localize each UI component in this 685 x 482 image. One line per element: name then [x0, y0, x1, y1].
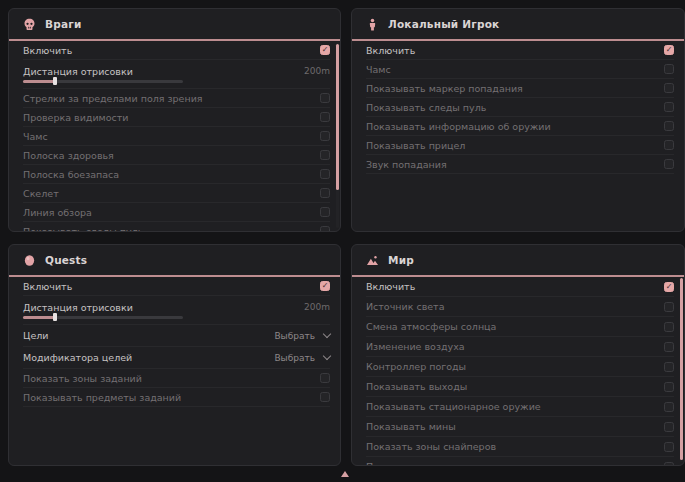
checkbox[interactable]	[664, 362, 674, 372]
setting-label: Смена атмосферы солнца	[366, 321, 496, 332]
panel-scrollbar[interactable]	[336, 42, 339, 228]
setting-row: Скелет	[23, 184, 330, 203]
checkbox[interactable]	[320, 392, 330, 402]
checkbox[interactable]	[664, 422, 674, 432]
setting-row: Включить✓	[366, 277, 674, 297]
checkbox[interactable]	[320, 226, 330, 231]
panel-header: Враги	[9, 9, 340, 39]
setting-row: Проверка видимости	[23, 108, 330, 127]
setting-label: Показать точки выхода	[366, 461, 484, 465]
player-icon	[366, 18, 379, 31]
dropdown[interactable]: Выбрать	[274, 353, 330, 363]
panels-grid: Враги Включить✓Дистанция отрисовки200mСт…	[8, 8, 685, 466]
slider[interactable]	[23, 316, 183, 319]
setting-row: Звук попадания	[366, 155, 674, 174]
setting-row: Показать точки выхода	[366, 457, 674, 465]
panel-title: Враги	[45, 18, 81, 30]
checkbox[interactable]	[664, 83, 674, 93]
checkbox[interactable]: ✓	[664, 282, 674, 292]
checkbox[interactable]	[664, 159, 674, 169]
setting-row: Показать зоны снайперов	[366, 437, 674, 457]
panel-local-player: Локальный Игрок Включить✓ЧамсПоказывать …	[351, 8, 685, 232]
setting-row: Включить✓	[23, 41, 330, 60]
setting-label: Полоска здоровья	[23, 150, 114, 161]
setting-label: Показать зоны снайперов	[366, 441, 496, 452]
slider-thumb[interactable]	[53, 313, 57, 321]
checkbox[interactable]	[664, 64, 674, 74]
checkbox[interactable]	[320, 150, 330, 160]
panel-header: Quests	[9, 245, 340, 275]
setting-label: Показывать следы пуль	[366, 102, 486, 113]
setting-label: Показывать стационарное оружие	[366, 401, 541, 412]
dropdown[interactable]: Выбрать	[274, 331, 330, 341]
checkbox[interactable]	[664, 140, 674, 150]
setting-label: Изменение воздуха	[366, 341, 465, 352]
setting-label: Контроллер погоды	[366, 361, 466, 372]
setting-label: Включить	[23, 281, 72, 292]
checkbox[interactable]	[664, 462, 674, 466]
setting-row-slider: Дистанция отрисовки200m	[23, 60, 330, 89]
checkbox[interactable]: ✓	[664, 45, 674, 55]
scroll-up-indicator[interactable]	[341, 471, 349, 477]
scrollbar-thumb[interactable]	[680, 278, 683, 460]
panel-body: Включить✓Дистанция отрисовки200mСтрелки …	[9, 41, 340, 231]
setting-label: Включить	[366, 281, 415, 292]
setting-row: Показывать предметы заданий	[23, 388, 330, 407]
panel-title: Локальный Игрок	[388, 18, 499, 30]
setting-row: Показывать прицел	[366, 136, 674, 155]
setting-label: Цели	[23, 330, 48, 341]
setting-row: Показывать следы пуль	[23, 222, 330, 231]
checkbox[interactable]: ✓	[320, 281, 330, 291]
checkbox[interactable]	[664, 302, 674, 312]
setting-label: Источник света	[366, 301, 444, 312]
setting-label: Показывать следы пуль	[23, 226, 143, 232]
panel-title: Мир	[388, 254, 414, 266]
checkbox[interactable]	[664, 121, 674, 131]
setting-label: Полоска боезапаса	[23, 169, 119, 180]
checkbox[interactable]	[320, 373, 330, 383]
checkbox[interactable]	[320, 112, 330, 122]
setting-label: Дистанция отрисовки	[23, 66, 133, 77]
checkbox[interactable]	[320, 131, 330, 141]
setting-row-slider: Дистанция отрисовки200m	[23, 296, 330, 325]
panel-scrollbar[interactable]	[680, 278, 683, 462]
setting-label: Проверка видимости	[23, 112, 128, 123]
checkbox[interactable]	[320, 207, 330, 217]
checkbox[interactable]	[664, 342, 674, 352]
checkbox[interactable]: ✓	[320, 45, 330, 55]
setting-row: Показывать выходы	[366, 377, 674, 397]
panel-header: Мир	[352, 245, 684, 275]
checkbox[interactable]	[664, 442, 674, 452]
setting-row: Показать зоны заданий	[23, 369, 330, 388]
slider-thumb[interactable]	[53, 77, 57, 85]
checkbox[interactable]	[664, 382, 674, 392]
setting-label: Дистанция отрисовки	[23, 302, 133, 313]
setting-row: Включить✓	[23, 277, 330, 296]
setting-row-dropdown: ЦелиВыбрать	[23, 325, 330, 347]
setting-label: Скелет	[23, 188, 59, 199]
checkbox[interactable]	[320, 188, 330, 198]
slider-value: 200m	[304, 302, 330, 312]
panel-enemies: Враги Включить✓Дистанция отрисовки200mСт…	[8, 8, 341, 232]
setting-label: Модификатора целей	[23, 352, 132, 363]
setting-row: Чамс	[366, 60, 674, 79]
panel-quests: Quests Включить✓Дистанция отрисовки200mЦ…	[8, 244, 341, 466]
checkbox[interactable]	[664, 402, 674, 412]
scrollbar-thumb[interactable]	[336, 44, 339, 190]
panel-body: Включить✓ЧамсПоказывать маркер попадания…	[352, 41, 684, 231]
slider[interactable]	[23, 80, 183, 83]
checkbox[interactable]	[320, 169, 330, 179]
setting-label: Показывать информацию об оружии	[366, 121, 551, 132]
setting-row: Показывать мины	[366, 417, 674, 437]
setting-label: Показывать маркер попадания	[366, 83, 523, 94]
setting-label: Показывать мины	[366, 421, 456, 432]
checkbox[interactable]	[664, 102, 674, 112]
setting-row: Линия обзора	[23, 203, 330, 222]
setting-label: Чамс	[23, 131, 48, 142]
setting-label: Включить	[366, 45, 415, 56]
dropdown-value: Выбрать	[274, 353, 315, 363]
checkbox[interactable]	[320, 93, 330, 103]
checkbox[interactable]	[664, 322, 674, 332]
setting-label: Показывать предметы заданий	[23, 392, 181, 403]
quest-icon	[23, 254, 36, 267]
